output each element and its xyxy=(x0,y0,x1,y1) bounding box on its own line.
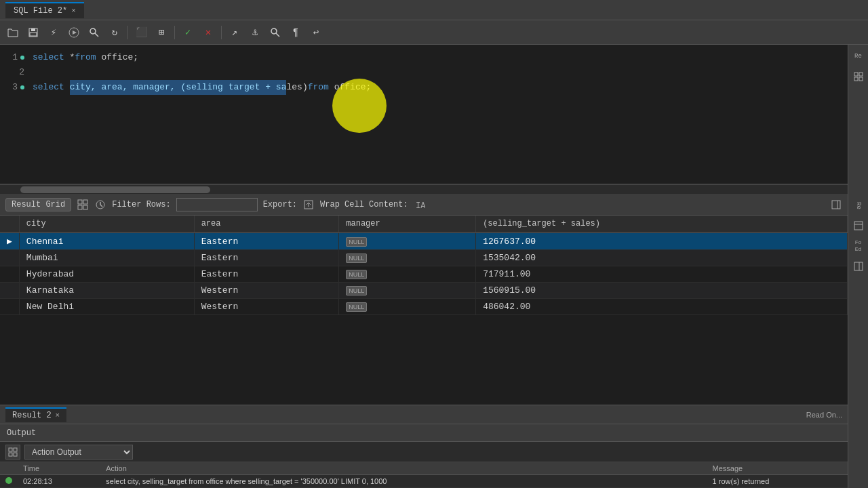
result-2-tab[interactable]: Result 2 × xyxy=(5,407,66,422)
magnify-btn[interactable] xyxy=(267,24,284,41)
cell-city[interactable]: Karnataka xyxy=(19,283,194,299)
col-selling: (selling_target + sales) xyxy=(476,216,848,232)
stop-btn[interactable]: ⬛ xyxy=(132,24,150,41)
svg-text:IA: IA xyxy=(416,201,425,210)
cell-manager[interactable]: NULL xyxy=(339,250,476,266)
result-tab-label: Result 2 xyxy=(12,411,52,420)
svg-rect-2 xyxy=(30,33,37,36)
output-toolbar: Action Output xyxy=(0,442,848,462)
search-btn[interactable] xyxy=(85,24,103,41)
sql-file-tab[interactable]: SQL File 2* × xyxy=(5,2,84,18)
row-arrow xyxy=(0,283,19,299)
export-btn[interactable]: ↗ xyxy=(226,24,243,41)
result-table: city area manager (selling_target + sale… xyxy=(0,216,848,315)
run-debug-btn[interactable] xyxy=(65,24,83,41)
table-row[interactable]: Karnataka Western NULL 1560915.00 xyxy=(0,283,848,299)
sidebar-fo-ed-btn[interactable]: FoEd xyxy=(850,237,867,255)
tab-label: SQL File 2* xyxy=(14,6,67,16)
svg-rect-25 xyxy=(9,448,12,451)
open-folder-btn[interactable] xyxy=(4,24,22,41)
row-arrow xyxy=(0,299,19,315)
sidebar-panel-btn[interactable] xyxy=(850,217,867,235)
result-icon-1[interactable] xyxy=(77,199,89,211)
result-toolbar: Result Grid Filter Rows: Export: Wrap Ce… xyxy=(0,194,848,216)
result-grid-btn[interactable]: Result Grid xyxy=(5,198,71,211)
code-line-2 xyxy=(33,65,842,80)
row-arrow xyxy=(0,266,19,283)
cell-area[interactable]: Western xyxy=(194,283,339,299)
col-arrow xyxy=(0,216,19,232)
svg-rect-1 xyxy=(31,28,35,31)
cell-value[interactable]: 1267637.00 xyxy=(476,232,848,250)
cell-city[interactable]: Mumbai xyxy=(19,250,194,266)
cell-manager[interactable]: NULL xyxy=(339,283,476,299)
cell-area[interactable]: Eastern xyxy=(194,250,339,266)
cell-value[interactable]: 1560915.00 xyxy=(476,283,848,299)
refresh-btn[interactable]: ↻ xyxy=(106,24,123,41)
cell-manager[interactable]: NULL xyxy=(339,266,476,283)
sidebar-re-btn[interactable]: Re xyxy=(850,197,867,214)
svg-rect-15 xyxy=(78,205,82,209)
output-area: Output Action Output Time Ac xyxy=(0,424,848,488)
table-row[interactable]: ▶ Chennai Eastern NULL 1267637.00 xyxy=(0,232,848,250)
cell-area[interactable]: Western xyxy=(194,299,339,315)
cell-value[interactable]: 717911.00 xyxy=(476,266,848,283)
code-editor[interactable]: 1 2 3 select * from office; select xyxy=(0,45,848,184)
cell-city[interactable]: New Delhi xyxy=(19,299,194,315)
table-row[interactable]: Mumbai Eastern NULL 1535042.00 xyxy=(0,250,848,266)
code-line-1: select * from office; xyxy=(33,50,842,65)
collapse-icon[interactable] xyxy=(830,199,842,211)
output-icon-btn[interactable] xyxy=(5,445,20,460)
cell-area[interactable]: Eastern xyxy=(194,266,339,283)
cell-manager[interactable]: NULL xyxy=(339,299,476,315)
sep2 xyxy=(174,26,175,39)
grid-btn[interactable]: ⊞ xyxy=(153,24,170,41)
check-btn[interactable]: ✓ xyxy=(179,24,197,41)
editor-section: 1 2 3 select * from office; select xyxy=(0,45,868,194)
anchor-btn[interactable]: ⚓ xyxy=(246,24,264,41)
table-row[interactable]: New Delhi Western NULL 486042.00 xyxy=(0,299,848,315)
save-btn[interactable] xyxy=(24,24,42,41)
sep3 xyxy=(221,26,222,39)
cell-manager[interactable]: NULL xyxy=(339,232,476,250)
filter-label: Filter Rows: xyxy=(112,200,170,209)
result-tab-bar: Result 2 × Read On... xyxy=(0,405,848,424)
cancel-btn[interactable]: ✕ xyxy=(199,24,217,41)
table-row[interactable]: Hyderabad Eastern NULL 717911.00 xyxy=(0,266,848,283)
kw-from-1: from xyxy=(75,50,96,65)
cell-value[interactable]: 1535042.00 xyxy=(476,250,848,266)
filter-input[interactable] xyxy=(176,198,258,211)
sidebar-panel2-btn[interactable] xyxy=(850,258,867,275)
format-btn[interactable]: ¶ xyxy=(287,24,304,41)
sidebar-grid-btn[interactable] xyxy=(850,68,867,85)
selected-text: city, area, manager, (selling target + s… xyxy=(70,80,287,95)
output-header: Output xyxy=(0,424,848,442)
output-title: Output xyxy=(7,428,36,438)
action-output-select[interactable]: Action Output xyxy=(24,445,133,460)
action-cell: select city, selling_target from office … xyxy=(100,475,707,488)
data-table-wrap[interactable]: city area manager (selling_target + sale… xyxy=(0,216,848,405)
col-area: area xyxy=(194,216,339,232)
tab-close-btn[interactable]: × xyxy=(71,7,76,15)
title-bar: SQL File 2* × xyxy=(0,0,868,20)
result-tab-close[interactable]: × xyxy=(56,411,60,420)
results-section: Result Grid Filter Rows: Export: Wrap Ce… xyxy=(0,194,868,488)
sidebar-result-btn[interactable]: Re xyxy=(850,47,867,65)
svg-rect-27 xyxy=(9,453,12,456)
svg-rect-29 xyxy=(854,222,863,230)
result-icon-2[interactable] xyxy=(94,199,106,211)
editor-h-scrollbar[interactable] xyxy=(0,184,848,194)
export-icon[interactable] xyxy=(302,199,315,211)
cell-city[interactable]: Chennai xyxy=(19,232,194,250)
lightning-btn[interactable]: ⚡ xyxy=(45,24,62,41)
scrollbar-thumb[interactable] xyxy=(20,186,210,193)
code-content[interactable]: select * from office; select city, area,… xyxy=(27,45,848,184)
row-arrow xyxy=(0,250,19,266)
svg-line-19 xyxy=(100,205,102,207)
wrap-btn[interactable]: ↩ xyxy=(307,24,325,41)
cell-city[interactable]: Hyderabad xyxy=(19,266,194,283)
cell-value[interactable]: 486042.00 xyxy=(476,299,848,315)
cell-area[interactable]: Eastern xyxy=(194,232,339,250)
wrap-icon[interactable]: IA xyxy=(414,199,426,211)
editor-right-sidebar: Re xyxy=(848,45,868,194)
